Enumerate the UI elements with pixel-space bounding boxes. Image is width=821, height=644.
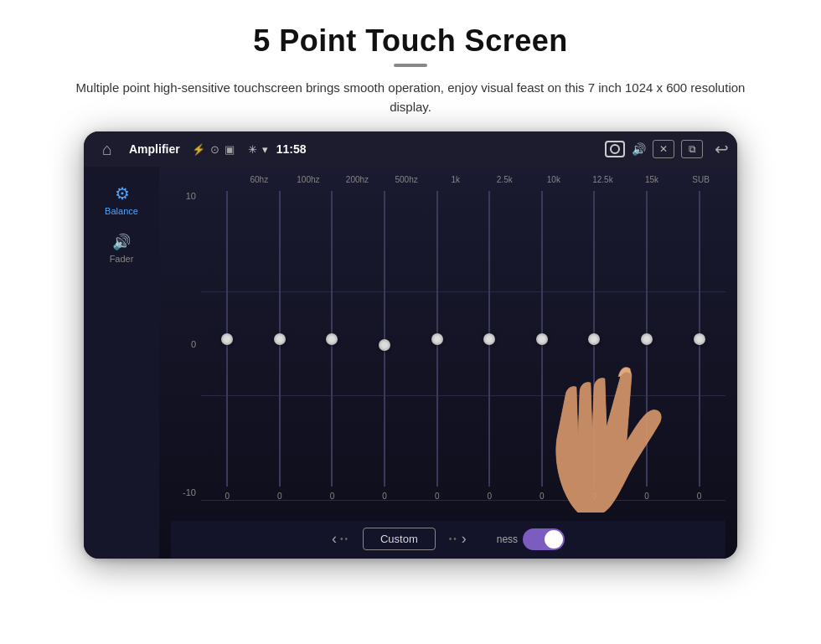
freq-200hz: 200hz [333, 175, 382, 184]
slider-track-2[interactable] [331, 191, 333, 487]
home-icon[interactable]: ⌂ [92, 134, 122, 164]
custom-button[interactable]: Custom [363, 528, 436, 550]
sidebar: ⚙ Balance 🔊 Fader [84, 167, 159, 559]
balance-icon: ⚙ [115, 183, 128, 204]
status-icons: ⚡ ⊙ ▣ [192, 143, 235, 156]
slider-value-3: 0 [382, 492, 387, 501]
eq-area: 60hz 100hz 200hz 500hz 1k 2.5k 10k 12.5k… [159, 167, 737, 559]
camera-icon[interactable] [605, 141, 625, 157]
status-bar: ⌂ Amplifier ⚡ ⊙ ▣ ✳ ▾ 11:58 🔊 ✕ ⧉ ↩ [84, 131, 737, 167]
slider-track-6[interactable] [541, 191, 543, 487]
scale-neg10: -10 [171, 487, 201, 497]
title-divider [394, 64, 427, 67]
scale-10: 10 [171, 191, 201, 201]
sidebar-item-balance[interactable]: ⚙ Balance [84, 175, 159, 224]
slider-value-0: 0 [225, 492, 230, 501]
slider-track-5[interactable] [488, 191, 490, 487]
volume-icon[interactable]: 🔊 [632, 142, 646, 156]
slider-value-7: 0 [592, 492, 597, 501]
slider-col-6[interactable]: 0 [516, 188, 569, 501]
slider-track-8[interactable] [646, 191, 648, 487]
slider-value-1: 0 [277, 492, 282, 501]
fader-icon: 🔊 [112, 233, 131, 251]
slider-col-5[interactable]: 0 [463, 188, 516, 501]
main-area: ⚙ Balance 🔊 Fader 60hz 100hz 200hz 500hz… [84, 167, 737, 559]
status-right-icons: 🔊 ✕ ⧉ ↩ [605, 139, 729, 159]
slider-thumb-9[interactable] [694, 333, 705, 345]
next-button[interactable]: •• › [449, 530, 467, 548]
freq-15k: 15k [627, 175, 677, 184]
slider-value-8: 0 [644, 492, 649, 501]
freq-1k: 1k [431, 175, 480, 184]
next-icon: › [462, 530, 467, 548]
prev-dots: •• [340, 534, 349, 544]
freq-10k: 10k [529, 175, 579, 184]
freq-60hz: 60hz [235, 175, 284, 184]
page-subtitle: Multiple point high-sensitive touchscree… [67, 79, 754, 116]
freq-2-5k: 2.5k [480, 175, 529, 184]
freq-100hz: 100hz [284, 175, 333, 184]
slider-track-1[interactable] [279, 191, 281, 487]
slider-track-7[interactable] [593, 191, 595, 487]
slider-thumb-7[interactable] [588, 333, 600, 345]
prev-icon: ‹ [332, 530, 337, 548]
sidebar-item-fader[interactable]: 🔊 Fader [84, 224, 159, 272]
slider-col-1[interactable]: 0 [254, 188, 307, 501]
usb-icon: ⚡ [192, 143, 205, 156]
slider-col-4[interactable]: 0 [410, 188, 463, 501]
slider-col-0[interactable]: 0 [201, 188, 254, 501]
slider-value-5: 0 [487, 492, 492, 501]
eq-body: 10 0 -10 0000000000 [171, 188, 725, 521]
app-title: Amplifier [129, 142, 180, 156]
status-time: 11:58 [276, 142, 307, 156]
freq-labels: 60hz 100hz 200hz 500hz 1k 2.5k 10k 12.5k… [204, 175, 725, 184]
slider-value-4: 0 [435, 492, 440, 501]
slider-value-2: 0 [330, 492, 335, 501]
slider-thumb-5[interactable] [483, 333, 495, 345]
slider-thumb-2[interactable] [326, 333, 338, 345]
slider-thumb-3[interactable] [379, 339, 390, 351]
slider-thumb-0[interactable] [221, 333, 233, 345]
device-frame: ⌂ Amplifier ⚡ ⊙ ▣ ✳ ▾ 11:58 🔊 ✕ ⧉ ↩ ⚙ Ba… [84, 131, 737, 559]
back-icon[interactable]: ↩ [715, 139, 729, 159]
eq-sliders: 0000000000 [201, 188, 725, 521]
slider-col-3[interactable]: 0 [359, 188, 411, 501]
slider-value-9: 0 [697, 492, 702, 501]
slider-col-8[interactable]: 0 [621, 188, 674, 501]
brightness-toggle-container: ness [497, 528, 565, 550]
page-title: 5 Point Touch Screen [253, 23, 567, 59]
balance-label: Balance [105, 206, 138, 216]
slider-track-9[interactable] [699, 191, 700, 487]
eq-scale: 10 0 -10 [171, 188, 201, 521]
freq-500hz: 500hz [382, 175, 431, 184]
slider-col-2[interactable]: 0 [306, 188, 359, 501]
slider-track-0[interactable] [226, 191, 228, 487]
slider-thumb-8[interactable] [641, 333, 653, 345]
slider-thumb-4[interactable] [431, 333, 443, 345]
fader-label: Fader [110, 254, 134, 264]
freq-sub: SUB [676, 175, 725, 184]
slider-col-7[interactable]: 0 [568, 188, 621, 501]
slider-thumb-6[interactable] [536, 333, 548, 345]
slider-value-6: 0 [540, 492, 545, 501]
prev-button[interactable]: ‹ •• [332, 530, 349, 548]
brightness-toggle[interactable] [523, 528, 565, 550]
bluetooth-icon: ✳ [248, 143, 257, 156]
gps-icon: ⊙ [210, 143, 219, 156]
next-dots: •• [449, 534, 458, 544]
brightness-label: ness [497, 533, 518, 545]
freq-12-5k: 12.5k [578, 175, 627, 184]
slider-track-4[interactable] [436, 191, 438, 487]
image-icon: ▣ [225, 143, 235, 156]
scale-0: 0 [171, 339, 201, 349]
slider-thumb-1[interactable] [274, 333, 286, 345]
close-icon[interactable]: ✕ [653, 140, 674, 158]
eq-bottom: ‹ •• Custom •• › ness [171, 521, 725, 559]
slider-track-3[interactable] [384, 191, 385, 487]
slider-col-9[interactable]: 0 [673, 188, 725, 501]
wifi-icon: ▾ [262, 143, 268, 156]
duplicate-icon[interactable]: ⧉ [681, 140, 703, 158]
